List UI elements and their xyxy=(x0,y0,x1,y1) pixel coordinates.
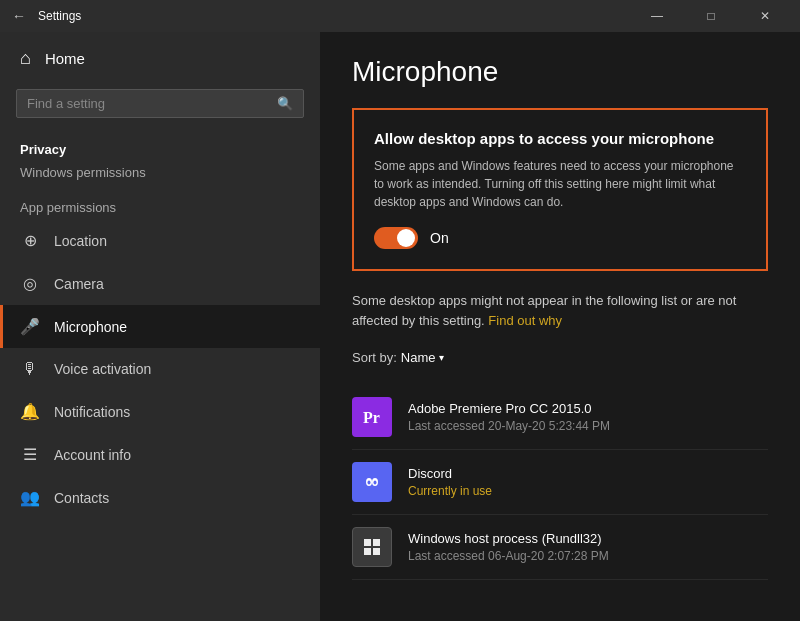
sidebar-item-label: Voice activation xyxy=(54,361,151,377)
sort-by-label: Sort by: xyxy=(352,350,397,365)
sidebar-item-label: Camera xyxy=(54,276,104,292)
allow-box-description: Some apps and Windows features need to a… xyxy=(374,157,746,211)
sidebar-item-voice-activation[interactable]: 🎙 Voice activation xyxy=(0,348,320,390)
rundll32-app-info: Windows host process (Rundll32) Last acc… xyxy=(408,531,768,563)
minimize-button[interactable]: — xyxy=(634,0,680,32)
app-item-discord: Discord Currently in use xyxy=(352,450,768,515)
sort-dropdown[interactable]: Name ▾ xyxy=(401,350,445,365)
sidebar-item-camera[interactable]: ◎ Camera xyxy=(0,262,320,305)
search-box[interactable]: 🔍 xyxy=(16,89,304,118)
sidebar-item-account-info[interactable]: ☰ Account info xyxy=(0,433,320,476)
app-item-rundll32: Windows host process (Rundll32) Last acc… xyxy=(352,515,768,580)
toggle-knob xyxy=(397,229,415,247)
find-out-why-link[interactable]: Find out why xyxy=(488,313,562,328)
rundll32-app-name: Windows host process (Rundll32) xyxy=(408,531,768,546)
toggle-state-label: On xyxy=(430,230,449,246)
premiere-app-status: Last accessed 20-May-20 5:23:44 PM xyxy=(408,419,768,433)
sidebar-item-microphone[interactable]: 🎤 Microphone xyxy=(0,305,320,348)
microphone-icon: 🎤 xyxy=(20,317,40,336)
page-title: Microphone xyxy=(352,56,768,88)
toggle-row: On xyxy=(374,227,746,249)
svg-rect-8 xyxy=(364,539,371,546)
windows-permissions-label: Windows permissions xyxy=(0,161,320,184)
allow-box-title: Allow desktop apps to access your microp… xyxy=(374,130,746,147)
sort-row: Sort by: Name ▾ xyxy=(352,350,768,365)
notifications-icon: 🔔 xyxy=(20,402,40,421)
svg-point-6 xyxy=(374,481,377,485)
home-nav-item[interactable]: ⌂ Home xyxy=(0,32,320,85)
discord-app-icon xyxy=(352,462,392,502)
app-permissions-label: App permissions xyxy=(0,184,320,219)
search-icon: 🔍 xyxy=(277,96,293,111)
svg-rect-7 xyxy=(358,533,386,561)
svg-rect-10 xyxy=(364,548,371,555)
home-icon: ⌂ xyxy=(20,48,31,69)
sidebar-item-location[interactable]: ⊕ Location xyxy=(0,219,320,262)
svg-text:Pr: Pr xyxy=(363,409,380,426)
app-list: Pr Adobe Premiere Pro CC 2015.0 Last acc… xyxy=(352,385,768,580)
premiere-app-name: Adobe Premiere Pro CC 2015.0 xyxy=(408,401,768,416)
premiere-app-info: Adobe Premiere Pro CC 2015.0 Last access… xyxy=(408,401,768,433)
sidebar-item-label: Location xyxy=(54,233,107,249)
search-input[interactable] xyxy=(27,96,277,111)
location-icon: ⊕ xyxy=(20,231,40,250)
close-button[interactable]: ✕ xyxy=(742,0,788,32)
rundll32-app-icon xyxy=(352,527,392,567)
window-controls: — □ ✕ xyxy=(634,0,788,32)
sidebar-item-label: Contacts xyxy=(54,490,109,506)
microphone-toggle[interactable] xyxy=(374,227,418,249)
discord-app-status: Currently in use xyxy=(408,484,768,498)
home-label: Home xyxy=(45,50,85,67)
voice-activation-icon: 🎙 xyxy=(20,360,40,378)
sidebar-item-label: Notifications xyxy=(54,404,130,420)
rundll32-app-status: Last accessed 06-Aug-20 2:07:28 PM xyxy=(408,549,768,563)
sidebar-item-label: Account info xyxy=(54,447,131,463)
sidebar-item-contacts[interactable]: 👥 Contacts xyxy=(0,476,320,519)
camera-icon: ◎ xyxy=(20,274,40,293)
sort-value: Name xyxy=(401,350,436,365)
discord-app-name: Discord xyxy=(408,466,768,481)
svg-rect-9 xyxy=(373,539,380,546)
info-text: Some desktop apps might not appear in th… xyxy=(352,291,768,330)
back-button[interactable]: ← xyxy=(12,8,26,24)
chevron-down-icon: ▾ xyxy=(439,352,444,363)
sidebar-item-notifications[interactable]: 🔔 Notifications xyxy=(0,390,320,433)
main-container: ⌂ Home 🔍 Privacy Windows permissions App… xyxy=(0,32,800,621)
sidebar: ⌂ Home 🔍 Privacy Windows permissions App… xyxy=(0,32,320,621)
privacy-section-label: Privacy xyxy=(0,134,320,161)
titlebar: ← Settings — □ ✕ xyxy=(0,0,800,32)
allow-desktop-apps-box: Allow desktop apps to access your microp… xyxy=(352,108,768,271)
svg-point-5 xyxy=(368,481,371,485)
sidebar-item-label: Microphone xyxy=(54,319,127,335)
discord-app-info: Discord Currently in use xyxy=(408,466,768,498)
contacts-icon: 👥 xyxy=(20,488,40,507)
account-info-icon: ☰ xyxy=(20,445,40,464)
app-item-premiere: Pr Adobe Premiere Pro CC 2015.0 Last acc… xyxy=(352,385,768,450)
content-area: Microphone Allow desktop apps to access … xyxy=(320,32,800,621)
svg-rect-11 xyxy=(373,548,380,555)
maximize-button[interactable]: □ xyxy=(688,0,734,32)
premiere-app-icon: Pr xyxy=(352,397,392,437)
app-title: Settings xyxy=(38,9,81,23)
